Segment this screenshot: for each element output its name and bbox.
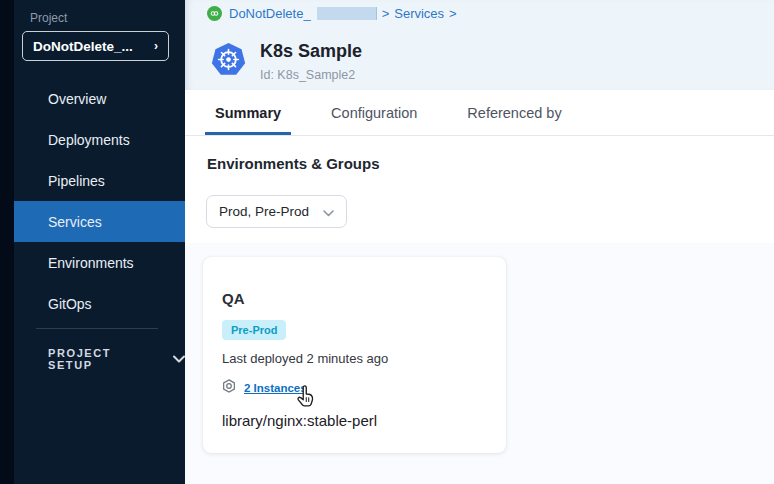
project-selector-value: DoNotDelete_... xyxy=(33,39,133,54)
service-id: Id: K8s_Sample2 xyxy=(260,68,362,82)
last-deployed-text: Last deployed 2 minutes ago xyxy=(222,351,388,366)
breadcrumb-services-link[interactable]: Services xyxy=(394,6,444,21)
nav-rail xyxy=(0,0,14,484)
project-sidebar: Project DoNotDelete_... › Overview Deplo… xyxy=(14,0,185,484)
project-label: Project xyxy=(30,11,67,25)
breadcrumb-separator: > xyxy=(449,6,457,21)
project-setup-label: PROJECT SETUP xyxy=(48,347,147,371)
sidebar-item-gitops[interactable]: GitOps xyxy=(14,283,185,324)
project-selector[interactable]: DoNotDelete_... › xyxy=(22,31,169,61)
chevron-right-icon: › xyxy=(154,39,158,53)
environment-name: QA xyxy=(222,290,245,307)
chevron-down-icon xyxy=(323,203,334,221)
chevron-down-icon xyxy=(173,355,185,363)
sidebar-item-deployments[interactable]: Deployments xyxy=(14,119,185,160)
sidebar-item-pipelines[interactable]: Pipelines xyxy=(14,160,185,201)
environment-type-badge: Pre-Prod xyxy=(222,320,286,340)
artifact-name: library/nginx:stable-perl xyxy=(222,412,377,429)
sidebar-item-environments[interactable]: Environments xyxy=(14,242,185,283)
kubernetes-icon xyxy=(210,42,247,78)
sidebar-item-overview[interactable]: Overview xyxy=(14,78,185,119)
service-header: DoNotDelete_ > Services > xyxy=(185,0,774,90)
environment-filter-dropdown[interactable]: Prod, Pre-Prod xyxy=(206,195,347,228)
instances-icon xyxy=(222,379,236,397)
sidebar-divider xyxy=(36,328,158,329)
section-heading: Environments & Groups xyxy=(207,155,380,172)
redacted-project-name xyxy=(317,7,377,20)
breadcrumb: DoNotDelete_ > Services > xyxy=(207,6,457,21)
tab-configuration[interactable]: Configuration xyxy=(329,90,419,135)
sidebar-item-services[interactable]: Services xyxy=(14,201,185,242)
tab-referenced-by[interactable]: Referenced by xyxy=(465,90,563,135)
environment-card-qa[interactable]: QA Pre-Prod Last deployed 2 minutes ago … xyxy=(203,257,506,453)
service-title-block: K8s Sample Id: K8s_Sample2 xyxy=(210,42,362,82)
instances-row: 2 Instances xyxy=(222,379,307,397)
environments-section: Environments & Groups Prod, Pre-Prod xyxy=(185,137,774,243)
breadcrumb-project-link[interactable]: DoNotDelete_ xyxy=(229,6,311,21)
page-title: K8s Sample xyxy=(260,42,362,62)
environment-filter-value: Prod, Pre-Prod xyxy=(219,204,309,219)
environment-cards-area: QA Pre-Prod Last deployed 2 minutes ago … xyxy=(185,243,774,484)
app-window: Project DoNotDelete_... › Overview Deplo… xyxy=(0,0,774,484)
instances-link[interactable]: 2 Instances xyxy=(244,382,307,394)
tab-summary[interactable]: Summary xyxy=(213,90,283,135)
project-setup-toggle[interactable]: PROJECT SETUP xyxy=(48,347,185,371)
service-tabs: Summary Configuration Referenced by xyxy=(185,90,774,136)
breadcrumb-separator: > xyxy=(382,6,390,21)
project-icon xyxy=(207,6,222,21)
sidebar-nav: Overview Deployments Pipelines Services … xyxy=(14,78,185,324)
main-panel: DoNotDelete_ > Services > xyxy=(185,0,774,484)
